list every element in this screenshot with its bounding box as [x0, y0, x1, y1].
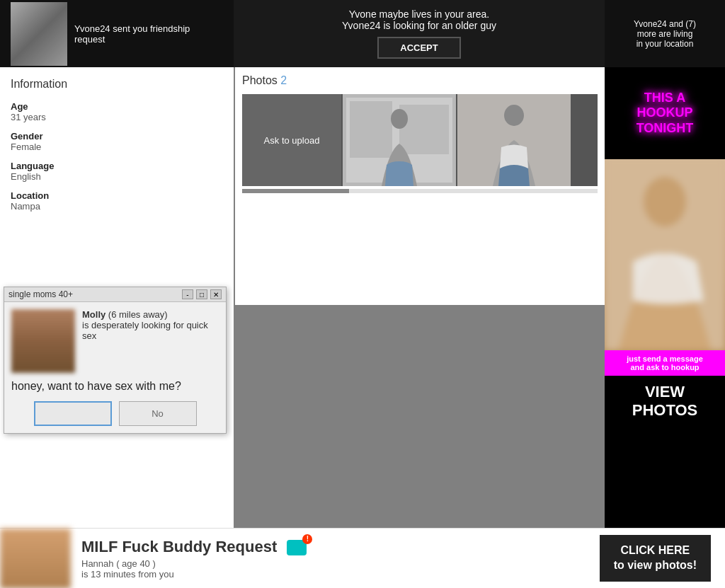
- view-photos-button[interactable]: VIEW PHOTOS: [605, 376, 725, 427]
- popup-message: honey, want to have sex with me?: [11, 380, 219, 393]
- hookup-message: just send a messageand ask to hookup: [609, 354, 721, 371]
- banner-right-text: Yvone24 and (7) more are living in your …: [634, 19, 696, 49]
- gender-label: Gender: [11, 131, 223, 142]
- location-value: Nampa: [11, 201, 223, 212]
- popup-no-button[interactable]: No: [119, 401, 197, 426]
- info-title: Information: [11, 78, 223, 91]
- popup-profile-desc: is desperately looking for quick sex: [82, 320, 208, 341]
- gender-value: Female: [11, 142, 223, 152]
- photos-progress-bar: [242, 189, 349, 193]
- maximize-button[interactable]: □: [196, 289, 207, 299]
- bottom-title: MILF Fuck Buddy Request: [81, 538, 589, 556]
- popup-dialog: single moms 40+ - □ ✕ Molly (6 miles awa…: [4, 287, 227, 434]
- banner-center-text: Yvone maybe lives in your area. Yvone24 …: [342, 8, 496, 31]
- svg-point-8: [504, 105, 524, 126]
- popup-distance: (6 miles away): [108, 309, 168, 320]
- bottom-banner-image: [0, 529, 71, 589]
- age-row: Age 31 years: [11, 101, 223, 122]
- language-label: Language: [11, 161, 223, 171]
- svg-point-5: [391, 109, 408, 129]
- age-label: Age: [11, 101, 223, 112]
- photos-header: Photos 2: [242, 74, 598, 87]
- popup-controls: - □ ✕: [182, 289, 222, 299]
- top-banner-left: Yvone24 sent you friendship request: [0, 0, 234, 67]
- photo-thumb-1[interactable]: [343, 94, 456, 186]
- popup-avatar: [11, 309, 75, 373]
- close-button[interactable]: ✕: [210, 289, 222, 299]
- bottom-banner: MILF Fuck Buddy Request Hannah ( age 40 …: [0, 528, 725, 588]
- top-banner-right: Yvone24 and (7) more are living in your …: [605, 0, 725, 67]
- popup-buttons: No: [11, 401, 219, 426]
- gray-center: [234, 305, 605, 529]
- popup-body: Molly (6 miles away) is desperately look…: [4, 302, 226, 433]
- top-banner-center: Yvone maybe lives in your area. Yvone24 …: [234, 0, 605, 67]
- photos-grid: Ask to upload: [242, 94, 598, 186]
- popup-profile-name: Molly: [82, 309, 105, 320]
- language-row: Language English: [11, 161, 223, 182]
- popup-profile-text: Molly (6 miles away) is desperately look…: [82, 309, 219, 373]
- popup-yes-button[interactable]: [34, 401, 112, 426]
- popup-title: single moms 40+: [8, 289, 73, 299]
- popup-profile-row: Molly (6 miles away) is desperately look…: [11, 309, 219, 373]
- photos-count: 2: [280, 74, 287, 86]
- click-here-button[interactable]: CLICK HERE to view photos!: [600, 535, 711, 582]
- right-ad-neon[interactable]: THIS AHOOKUPTONIGHT: [605, 67, 725, 159]
- chat-notification-icon: [287, 540, 307, 555]
- popup-titlebar: single moms 40+ - □ ✕: [4, 287, 226, 302]
- center-area: Photos 2 Ask to upload: [234, 67, 605, 528]
- right-ad-panel: THIS AHOOKUPTONIGHT just send a messagea…: [605, 67, 725, 528]
- photos-progress: [242, 189, 598, 193]
- right-ad-photo[interactable]: [605, 159, 725, 350]
- top-banner: Yvone24 sent you friendship request Yvon…: [0, 0, 725, 67]
- bottom-center-text: MILF Fuck Buddy Request Hannah ( age 40 …: [71, 531, 600, 587]
- svg-rect-4: [399, 105, 449, 154]
- ask-upload-button[interactable]: Ask to upload: [242, 94, 341, 186]
- gender-row: Gender Female: [11, 131, 223, 152]
- profile-photo-banner: [11, 2, 67, 66]
- language-value: English: [11, 171, 223, 182]
- photos-panel: Photos 2 Ask to upload: [235, 67, 605, 305]
- location-row: Location Nampa: [11, 190, 223, 212]
- minimize-button[interactable]: -: [182, 289, 193, 299]
- location-label: Location: [11, 190, 223, 201]
- svg-point-10: [644, 177, 686, 226]
- bottom-subtitle: Hannah ( age 40 ) is 13 minutes from you: [81, 558, 589, 580]
- right-ad-bottom-text[interactable]: just send a messageand ask to hookup: [605, 350, 725, 376]
- svg-rect-3: [350, 101, 392, 158]
- neon-text: THIS AHOOKUPTONIGHT: [636, 91, 694, 137]
- age-value: 31 years: [11, 112, 223, 122]
- accept-button[interactable]: ACCEPT: [377, 37, 460, 59]
- photo-thumb-2[interactable]: [457, 94, 571, 186]
- friendship-request-text: Yvone24 sent you friendship request: [67, 23, 223, 45]
